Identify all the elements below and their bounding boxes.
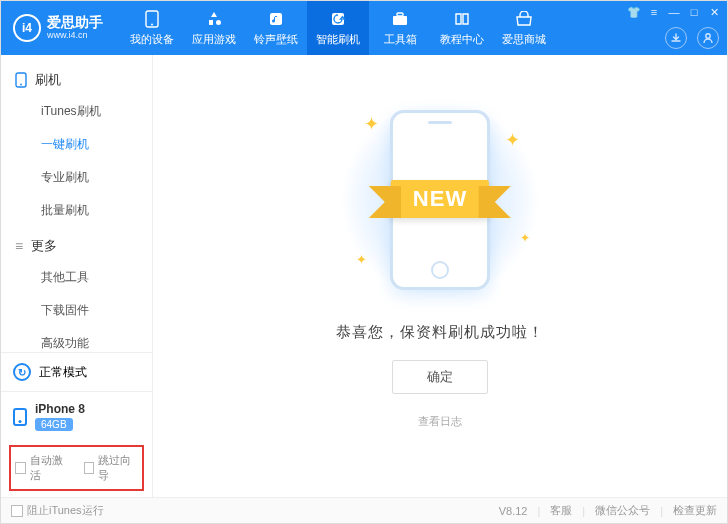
tab-label: 铃声壁纸 xyxy=(254,32,298,47)
window-buttons: 👕 ≡ — □ ✕ xyxy=(627,5,721,19)
mode-icon: ↻ xyxy=(13,363,31,381)
sidebar-item-oneclick-flash[interactable]: 一键刷机 xyxy=(1,128,152,161)
sidebar-item-pro-flash[interactable]: 专业刷机 xyxy=(1,161,152,194)
sparkle-icon: ✦ xyxy=(520,231,530,245)
mode-indicator[interactable]: ↻ 正常模式 xyxy=(1,352,152,391)
storage-badge: 64GB xyxy=(35,418,73,431)
window-minimize-icon[interactable]: — xyxy=(667,5,681,19)
checkbox-icon xyxy=(15,462,26,474)
svg-rect-5 xyxy=(397,13,403,16)
logo[interactable]: i4 爱思助手 www.i4.cn xyxy=(1,14,115,42)
sidebar-item-batch-flash[interactable]: 批量刷机 xyxy=(1,194,152,227)
checkbox-icon xyxy=(11,505,23,517)
success-message: 恭喜您，保资料刷机成功啦！ xyxy=(336,323,544,342)
window-menu-icon[interactable]: ≡ xyxy=(647,5,661,19)
checkbox-label: 自动激活 xyxy=(30,453,70,483)
new-ribbon: NEW xyxy=(391,180,489,218)
tab-tools[interactable]: 工具箱 xyxy=(369,1,431,55)
sidebar: 刷机 iTunes刷机 一键刷机 专业刷机 批量刷机 ≡ 更多 其他工具 下载固… xyxy=(1,55,153,497)
main-content: ✦ ✦ ✦ ✦ NEW 恭喜您，保资料刷机成功啦！ 确定 查看日志 xyxy=(153,55,727,497)
sparkle-icon: ✦ xyxy=(364,113,379,135)
flash-icon xyxy=(329,10,347,28)
checkbox-label: 阻止iTunes运行 xyxy=(27,503,104,518)
sidebar-group-label: 更多 xyxy=(31,237,57,255)
tab-my-device[interactable]: 我的设备 xyxy=(121,1,183,55)
tab-label: 爱思商城 xyxy=(502,32,546,47)
checkbox-icon xyxy=(84,462,95,474)
sidebar-item-advanced[interactable]: 高级功能 xyxy=(1,327,152,352)
tab-label: 我的设备 xyxy=(130,32,174,47)
list-icon: ≡ xyxy=(15,239,23,253)
window-close-icon[interactable]: ✕ xyxy=(707,5,721,19)
ribbon-label: NEW xyxy=(391,180,489,218)
svg-rect-2 xyxy=(270,13,282,25)
mode-label: 正常模式 xyxy=(39,364,87,381)
options-highlight: 自动激活 跳过向导 xyxy=(9,445,144,491)
device-name: iPhone 8 xyxy=(35,402,85,416)
sidebar-group-more[interactable]: ≡ 更多 xyxy=(1,227,152,261)
tab-label: 应用游戏 xyxy=(192,32,236,47)
window-shirt-icon[interactable]: 👕 xyxy=(627,5,641,19)
svg-point-6 xyxy=(706,34,710,38)
user-icon xyxy=(702,32,714,44)
check-update-link[interactable]: 检查更新 xyxy=(673,503,717,518)
version-label: V8.12 xyxy=(499,505,528,517)
support-link[interactable]: 客服 xyxy=(550,503,572,518)
tab-flash[interactable]: 智能刷机 xyxy=(307,1,369,55)
svg-point-8 xyxy=(20,84,22,86)
svg-point-1 xyxy=(151,23,153,25)
device-indicator[interactable]: iPhone 8 64GB xyxy=(1,391,152,441)
apps-icon xyxy=(205,10,223,28)
sidebar-group-label: 刷机 xyxy=(35,71,61,89)
sidebar-group-flash[interactable]: 刷机 xyxy=(1,61,152,95)
svg-rect-4 xyxy=(393,16,407,25)
store-icon xyxy=(515,10,533,28)
window-maximize-icon[interactable]: □ xyxy=(687,5,701,19)
sidebar-item-other-tools[interactable]: 其他工具 xyxy=(1,261,152,294)
toolbox-icon xyxy=(391,10,409,28)
app-header: i4 爱思助手 www.i4.cn 我的设备 应用游戏 铃声壁纸 智能刷机 xyxy=(1,1,727,55)
tab-label: 工具箱 xyxy=(384,32,417,47)
tab-tutorials[interactable]: 教程中心 xyxy=(431,1,493,55)
logo-url: www.i4.cn xyxy=(47,31,103,41)
download-button[interactable] xyxy=(665,27,687,49)
device-icon xyxy=(13,408,27,426)
user-button[interactable] xyxy=(697,27,719,49)
checkbox-skip-guide[interactable]: 跳过向导 xyxy=(84,453,139,483)
checkbox-auto-activate[interactable]: 自动激活 xyxy=(15,453,70,483)
ok-button[interactable]: 确定 xyxy=(392,360,488,394)
status-bar: 阻止iTunes运行 V8.12 | 客服 | 微信公众号 | 检查更新 xyxy=(1,497,727,523)
main-tabs: 我的设备 应用游戏 铃声壁纸 智能刷机 工具箱 教程中心 xyxy=(121,1,555,55)
tab-store[interactable]: 爱思商城 xyxy=(493,1,555,55)
sidebar-item-download-firmware[interactable]: 下载固件 xyxy=(1,294,152,327)
success-illustration: ✦ ✦ ✦ ✦ NEW xyxy=(330,95,550,305)
logo-icon: i4 xyxy=(13,14,41,42)
tab-apps[interactable]: 应用游戏 xyxy=(183,1,245,55)
sparkle-icon: ✦ xyxy=(505,129,520,151)
view-log-link[interactable]: 查看日志 xyxy=(418,414,462,429)
tab-ringtones[interactable]: 铃声壁纸 xyxy=(245,1,307,55)
sparkle-icon: ✦ xyxy=(356,252,367,267)
note-icon xyxy=(267,10,285,28)
tab-label: 智能刷机 xyxy=(316,32,360,47)
download-icon xyxy=(670,32,682,44)
logo-title: 爱思助手 xyxy=(47,15,103,30)
tab-label: 教程中心 xyxy=(440,32,484,47)
wechat-link[interactable]: 微信公众号 xyxy=(595,503,650,518)
sidebar-item-itunes-flash[interactable]: iTunes刷机 xyxy=(1,95,152,128)
checkbox-block-itunes[interactable]: 阻止iTunes运行 xyxy=(11,503,104,518)
phone-outline-icon xyxy=(15,72,27,88)
checkbox-label: 跳过向导 xyxy=(98,453,138,483)
book-icon xyxy=(453,10,471,28)
phone-icon xyxy=(143,10,161,28)
